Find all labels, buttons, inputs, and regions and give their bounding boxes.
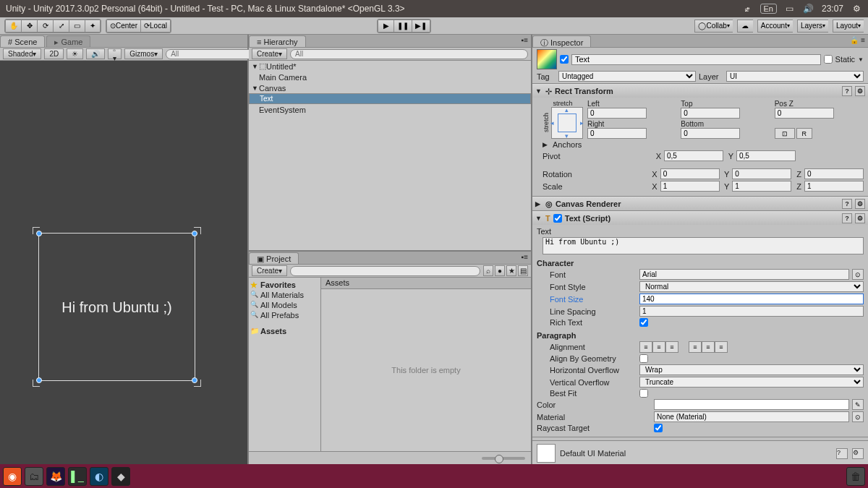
text-content-input[interactable] [542, 237, 864, 254]
audio-toggle[interactable]: 🔊 [86, 48, 105, 59]
move-tool-button[interactable]: ✥ [21, 20, 37, 33]
static-checkbox[interactable] [824, 55, 833, 64]
2d-toggle[interactable]: 2D [44, 48, 64, 59]
filter-icon[interactable]: ⌕ [483, 265, 493, 276]
project-assets-folder[interactable]: Assets [249, 326, 320, 336]
rotate-tool-button[interactable]: ⟳ [37, 20, 53, 33]
rect-tool-button[interactable]: ▭ [69, 20, 85, 33]
taskbar-terminal-icon[interactable]: ▌_ [68, 467, 87, 486]
taskbar-files-icon[interactable]: 🗂 [25, 467, 43, 486]
pivot-x-input[interactable] [664, 150, 723, 161]
align-right-button[interactable]: ≡ [665, 341, 678, 353]
battery-icon[interactable]: ▭ [784, 3, 796, 14]
material-field[interactable] [654, 411, 849, 422]
tab-scene[interactable]: # Scene [0, 35, 45, 47]
bestfit-checkbox[interactable] [639, 389, 648, 398]
font-field[interactable] [639, 269, 849, 280]
center-button[interactable]: ⊙ Center [106, 20, 140, 33]
local-button[interactable]: ⟳ Local [140, 20, 171, 33]
rot-y-input[interactable] [732, 168, 791, 179]
bottom-input[interactable] [681, 128, 740, 139]
hierarchy-canvas[interactable]: ▼Canvas [249, 82, 531, 93]
handle-bottom-left[interactable] [36, 377, 42, 383]
handle-top-left[interactable] [36, 231, 42, 236]
taskbar-firefox-icon[interactable]: 🦊 [46, 467, 65, 486]
handle-top-right[interactable] [192, 231, 197, 236]
material-picker-button[interactable]: ⊙ [852, 411, 864, 422]
rect-gizmo[interactable]: Hi from Ubuntu ;) [38, 233, 195, 381]
fold-icon[interactable]: ▼ [535, 215, 542, 222]
gameobject-icon[interactable] [537, 49, 557, 69]
wifi-icon[interactable]: ⸙ [741, 3, 753, 14]
project-search-input[interactable] [290, 266, 480, 276]
taskbar-app1-icon[interactable]: ◐ [90, 467, 109, 486]
hierarchy-text[interactable]: Text [249, 93, 531, 104]
gear-icon[interactable]: ⚙ [855, 199, 865, 209]
lang-indicator[interactable]: En [760, 4, 777, 14]
fontsize-input[interactable] [639, 294, 864, 304]
hierarchy-create-dropdown[interactable]: Create ▾ [252, 48, 287, 59]
top-input[interactable] [681, 108, 740, 119]
richtext-checkbox[interactable] [639, 318, 648, 327]
voverflow-dropdown[interactable]: Truncate [639, 377, 864, 388]
scale-tool-button[interactable]: ⤢ [53, 20, 69, 33]
scale-x-input[interactable] [660, 181, 720, 192]
project-all-prefabs[interactable]: All Prefabs [249, 310, 320, 320]
layer-dropdown[interactable]: UI [726, 71, 864, 82]
tab-hierarchy[interactable]: ≡ Hierarchy [249, 35, 306, 47]
multi-tool-button[interactable]: ✦ [85, 20, 101, 33]
left-input[interactable] [587, 108, 647, 119]
step-button[interactable]: ▶❚ [412, 20, 430, 33]
hierarchy-search-input[interactable] [290, 49, 528, 59]
align-center-button[interactable]: ≡ [652, 341, 665, 353]
tab-project[interactable]: ▣ Project [249, 252, 299, 264]
align-middle-button[interactable]: ≡ [702, 341, 715, 353]
account-dropdown[interactable]: Account [757, 20, 793, 33]
project-all-materials[interactable]: All Materials [249, 290, 320, 300]
align-top-button[interactable]: ≡ [689, 341, 702, 353]
help-icon[interactable]: ? [842, 199, 852, 209]
align-bottom-button[interactable]: ≡ [715, 341, 728, 353]
blueprint-mode-button[interactable]: ⊡ [775, 128, 795, 139]
scale-y-input[interactable] [732, 181, 791, 192]
linespacing-input[interactable] [639, 306, 864, 317]
play-button[interactable]: ▶ [378, 20, 393, 33]
fx-toggle[interactable]: ▫ ▾ [108, 48, 122, 59]
project-create-dropdown[interactable]: Create ▾ [252, 265, 287, 276]
gear-icon[interactable]: ⚙ [852, 448, 864, 459]
lighting-toggle[interactable]: ☀ [67, 48, 83, 59]
help-icon[interactable]: ? [842, 86, 852, 96]
filter-type-icon[interactable]: ● [495, 265, 505, 276]
material-preview[interactable] [537, 444, 556, 463]
layers-dropdown[interactable]: Layers [797, 20, 828, 33]
cloud-button[interactable]: ☁ [737, 20, 753, 33]
gameobject-active-checkbox[interactable] [560, 55, 569, 64]
anchors-label[interactable]: Anchors [553, 140, 582, 149]
hierarchy-main-camera[interactable]: Main Camera [249, 72, 531, 82]
fontstyle-dropdown[interactable]: Normal [639, 281, 864, 292]
tab-inspector[interactable]: ⓘ Inspector [532, 35, 591, 47]
tab-game[interactable]: ▸ Game [46, 35, 90, 47]
fold-icon[interactable]: ▼ [535, 87, 542, 95]
settings-gear-icon[interactable]: ⚙ [851, 3, 862, 14]
color-swatch[interactable] [654, 399, 849, 410]
anchor-preset-button[interactable]: ▴ ▾ ◂ ▸ [551, 107, 583, 139]
shading-mode-dropdown[interactable]: Shaded ▾ [3, 48, 41, 59]
project-all-models[interactable]: All Models [249, 300, 320, 310]
fold-icon[interactable]: ▶ [535, 200, 542, 207]
panel-lock-icon[interactable]: 🔒 ≡ [847, 35, 868, 47]
posz-input[interactable] [775, 108, 834, 119]
hand-tool-button[interactable]: ✋ [5, 20, 21, 33]
project-zoom-slider[interactable] [482, 457, 525, 460]
align-left-button[interactable]: ≡ [639, 341, 652, 353]
static-dropdown-icon[interactable]: ▼ [858, 56, 864, 63]
right-input[interactable] [587, 128, 647, 139]
color-picker-button[interactable]: ✎ [852, 399, 864, 410]
rot-z-input[interactable] [804, 168, 864, 179]
rot-x-input[interactable] [660, 168, 720, 179]
font-picker-button[interactable]: ⊙ [852, 269, 864, 280]
volume-icon[interactable]: 🔊 [803, 3, 814, 14]
scale-z-input[interactable] [804, 181, 864, 192]
hierarchy-eventsystem[interactable]: EventSystem [249, 104, 531, 115]
taskbar-unity-icon[interactable]: ◆ [111, 467, 130, 486]
